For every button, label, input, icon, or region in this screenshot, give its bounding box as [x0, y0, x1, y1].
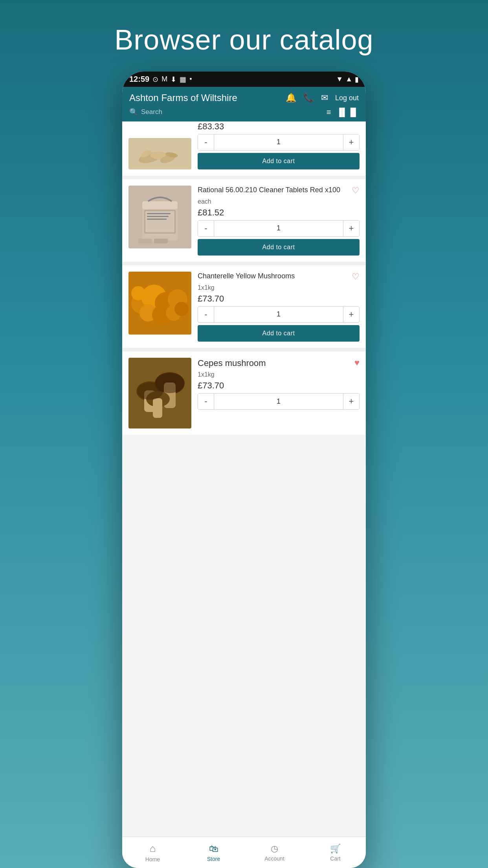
favorite-icon[interactable]: ♡ [352, 272, 360, 282]
svg-rect-8 [145, 211, 174, 232]
product-details: Rational 56.00.210 Cleaner Tablets Red x… [198, 186, 360, 256]
quantity-input[interactable] [214, 221, 343, 236]
shield-icon: ⊙ [152, 75, 158, 84]
nav-item-account[interactable]: ◷ Account [244, 837, 305, 868]
quantity-increase-button[interactable]: + [343, 307, 359, 322]
nav-item-home[interactable]: ⌂ Home [122, 837, 183, 868]
svg-rect-12 [138, 239, 152, 243]
quantity-decrease-button[interactable]: - [198, 221, 214, 236]
product-unit: 1x1kg [198, 371, 360, 378]
product-name: Chanterelle Yellow Mushrooms [198, 272, 349, 281]
account-label: Account [264, 855, 284, 862]
svg-rect-6 [142, 201, 178, 209]
wifi-icon: ▼ [336, 75, 343, 83]
product-price: £73.70 [198, 294, 360, 304]
store-name: Ashton Farms of Wiltshire [129, 92, 237, 104]
status-time: 12:59 [129, 75, 149, 84]
svg-rect-9 [147, 213, 171, 214]
quantity-increase-button[interactable]: + [343, 394, 359, 409]
product-unit: 1x1kg [198, 284, 360, 291]
battery-icon: ▮ [355, 75, 359, 84]
svg-rect-10 [147, 216, 169, 217]
product-image [128, 186, 191, 248]
signal-icon: ▲ [345, 75, 352, 83]
product-details: Cepes mushroom ♥ 1x1kg £73.70 - + [198, 358, 360, 428]
cepes-svg [132, 360, 187, 427]
svg-rect-11 [147, 219, 167, 220]
add-to-cart-button[interactable]: Add to cart [198, 153, 360, 169]
store-label: Store [207, 856, 220, 862]
add-to-cart-button[interactable]: Add to cart [198, 239, 360, 256]
list-item: £83.33 - + Add to cart [122, 121, 366, 176]
search-placeholder: Search [141, 108, 162, 116]
filter-icon[interactable]: ≡ [327, 108, 331, 117]
chanterelle-svg [130, 276, 189, 331]
product-price: £83.33 [198, 121, 360, 132]
barcode-icon[interactable]: ▐▌▐▌ [336, 108, 359, 117]
app-header: Ashton Farms of Wiltshire 🔔 📞 ✉ Log out … [122, 87, 366, 121]
product-details: Chanterelle Yellow Mushrooms ♡ 1x1kg £73… [198, 272, 360, 342]
dot-icon: • [189, 75, 192, 83]
quantity-decrease-button[interactable]: - [198, 307, 214, 322]
list-item: Rational 56.00.210 Cleaner Tablets Red x… [122, 179, 366, 262]
svg-rect-13 [154, 239, 168, 243]
product-name: Rational 56.00.210 Cleaner Tablets Red x… [198, 186, 349, 195]
svg-point-30 [156, 373, 184, 393]
gmail-icon: M [161, 75, 167, 83]
page-title-heading: Browser our catalog [114, 24, 373, 56]
email-icon[interactable]: ✉ [321, 93, 328, 103]
quantity-input[interactable] [214, 394, 343, 409]
quantity-increase-button[interactable]: + [343, 134, 359, 150]
store-icon: 🛍 [209, 843, 218, 854]
quantity-input[interactable] [214, 134, 343, 150]
cart-label: Cart [330, 855, 340, 862]
storage-icon: ▦ [180, 75, 186, 84]
home-icon: ⌂ [150, 842, 156, 855]
phone-icon[interactable]: 📞 [303, 93, 314, 103]
bucket-svg [134, 189, 185, 245]
bottom-navigation: ⌂ Home 🛍 Store ◷ Account 🛒 Cart [122, 837, 366, 868]
quantity-increase-button[interactable]: + [343, 221, 359, 236]
home-label: Home [145, 856, 160, 862]
account-icon: ◷ [271, 844, 278, 854]
product-name: Cepes mushroom [198, 358, 352, 369]
svg-point-21 [131, 286, 145, 300]
product-list: £83.33 - + Add to cart [122, 121, 366, 837]
product-price: £81.52 [198, 208, 360, 218]
phone-frame: 12:59 ⊙ M ⬇ ▦ • ▼ ▲ ▮ Ashton Farms of Wi… [122, 72, 366, 868]
ginger-svg [136, 140, 183, 167]
product-image [128, 272, 191, 335]
nav-item-store[interactable]: 🛍 Store [183, 837, 244, 868]
search-icon: 🔍 [129, 108, 138, 116]
product-details: £83.33 - + Add to cart [198, 121, 360, 169]
download-icon: ⬇ [171, 75, 176, 84]
nav-item-cart[interactable]: 🛒 Cart [305, 837, 366, 868]
svg-rect-28 [153, 398, 162, 418]
product-image [128, 358, 191, 428]
quantity-decrease-button[interactable]: - [198, 134, 214, 150]
add-to-cart-button[interactable]: Add to cart [198, 325, 360, 342]
svg-point-22 [174, 302, 189, 316]
quantity-input[interactable] [214, 307, 343, 322]
product-unit: each [198, 198, 360, 205]
logout-button[interactable]: Log out [335, 94, 359, 102]
product-image [128, 138, 191, 169]
bell-icon[interactable]: 🔔 [286, 93, 296, 103]
product-price: £73.70 [198, 381, 360, 391]
status-bar: 12:59 ⊙ M ⬇ ▦ • ▼ ▲ ▮ [122, 72, 366, 87]
favorite-icon[interactable]: ♥ [354, 358, 360, 368]
list-item: Chanterelle Yellow Mushrooms ♡ 1x1kg £73… [122, 265, 366, 348]
list-item: Cepes mushroom ♥ 1x1kg £73.70 - + [122, 351, 366, 435]
quantity-decrease-button[interactable]: - [198, 394, 214, 409]
cart-icon: 🛒 [330, 844, 341, 854]
favorite-icon[interactable]: ♡ [352, 186, 360, 196]
